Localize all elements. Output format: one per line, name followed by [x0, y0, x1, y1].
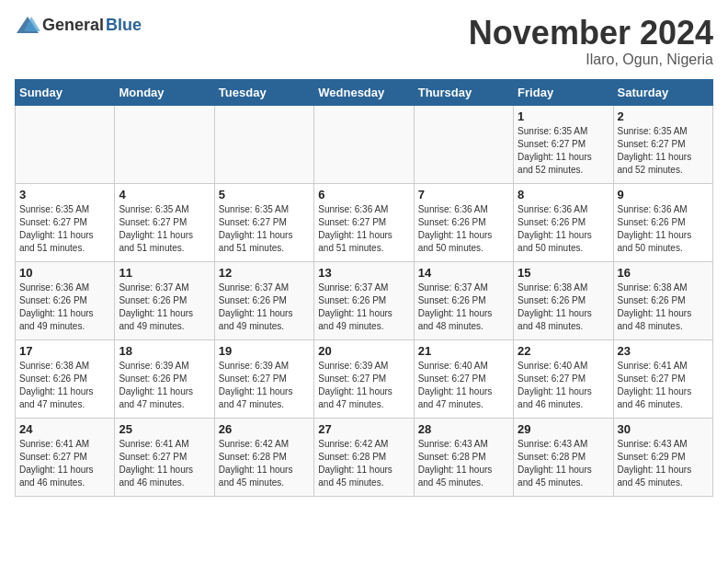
day-info: Sunrise: 6:41 AMSunset: 6:27 PMDaylight:…: [19, 438, 110, 489]
calendar-cell: 25Sunrise: 6:41 AMSunset: 6:27 PMDayligh…: [115, 418, 214, 496]
day-info: Sunrise: 6:40 AMSunset: 6:27 PMDaylight:…: [518, 360, 609, 411]
col-sunday: Sunday: [16, 79, 115, 105]
day-number: 1: [518, 109, 609, 123]
day-info: Sunrise: 6:41 AMSunset: 6:27 PMDaylight:…: [119, 438, 210, 489]
logo-icon: [15, 15, 40, 35]
calendar-table: Sunday Monday Tuesday Wednesday Thursday…: [15, 79, 713, 497]
day-number: 6: [318, 188, 409, 201]
day-info: Sunrise: 6:38 AMSunset: 6:26 PMDaylight:…: [19, 360, 110, 411]
day-number: 24: [19, 422, 110, 436]
page-container: General Blue November 2024 Ilaro, Ogun, …: [0, 0, 728, 506]
day-info: Sunrise: 6:43 AMSunset: 6:28 PMDaylight:…: [518, 438, 609, 489]
day-number: 18: [119, 344, 210, 358]
calendar-cell: 19Sunrise: 6:39 AMSunset: 6:27 PMDayligh…: [214, 339, 313, 418]
calendar-cell: 6Sunrise: 6:36 AMSunset: 6:27 PMDaylight…: [314, 183, 414, 261]
day-info: Sunrise: 6:35 AMSunset: 6:27 PMDaylight:…: [19, 203, 110, 255]
day-number: 28: [418, 422, 509, 436]
day-number: 3: [19, 188, 110, 201]
day-number: 25: [119, 422, 210, 436]
calendar-week-2: 3Sunrise: 6:35 AMSunset: 6:27 PMDaylight…: [16, 183, 713, 261]
day-number: 20: [318, 344, 409, 358]
calendar-cell: 3Sunrise: 6:35 AMSunset: 6:27 PMDaylight…: [16, 183, 115, 261]
header-row: Sunday Monday Tuesday Wednesday Thursday…: [16, 79, 713, 105]
calendar-cell: 5Sunrise: 6:35 AMSunset: 6:27 PMDaylight…: [214, 183, 313, 261]
day-info: Sunrise: 6:36 AMSunset: 6:26 PMDaylight:…: [618, 203, 709, 255]
calendar-cell: 22Sunrise: 6:40 AMSunset: 6:27 PMDayligh…: [514, 339, 613, 418]
day-number: 7: [418, 188, 509, 201]
day-info: Sunrise: 6:36 AMSunset: 6:27 PMDaylight:…: [318, 203, 409, 255]
calendar-cell: 23Sunrise: 6:41 AMSunset: 6:27 PMDayligh…: [613, 339, 712, 418]
day-info: Sunrise: 6:42 AMSunset: 6:28 PMDaylight:…: [219, 438, 310, 489]
day-number: 4: [119, 188, 210, 201]
calendar-cell: 2Sunrise: 6:35 AMSunset: 6:27 PMDaylight…: [613, 105, 712, 183]
day-info: Sunrise: 6:35 AMSunset: 6:27 PMDaylight:…: [219, 203, 310, 255]
col-tuesday: Tuesday: [214, 79, 313, 105]
day-info: Sunrise: 6:36 AMSunset: 6:26 PMDaylight:…: [418, 203, 509, 255]
calendar-week-4: 17Sunrise: 6:38 AMSunset: 6:26 PMDayligh…: [16, 339, 713, 418]
calendar-cell: 26Sunrise: 6:42 AMSunset: 6:28 PMDayligh…: [214, 418, 313, 496]
calendar-week-3: 10Sunrise: 6:36 AMSunset: 6:26 PMDayligh…: [16, 261, 713, 339]
day-info: Sunrise: 6:39 AMSunset: 6:26 PMDaylight:…: [119, 360, 210, 411]
calendar-cell: 1Sunrise: 6:35 AMSunset: 6:27 PMDaylight…: [514, 105, 613, 183]
day-info: Sunrise: 6:38 AMSunset: 6:26 PMDaylight:…: [618, 282, 709, 333]
day-info: Sunrise: 6:41 AMSunset: 6:27 PMDaylight:…: [618, 360, 709, 411]
day-number: 12: [219, 266, 310, 280]
col-saturday: Saturday: [613, 79, 712, 105]
calendar-cell: 4Sunrise: 6:35 AMSunset: 6:27 PMDaylight…: [115, 183, 214, 261]
logo-general-text: General: [42, 16, 104, 35]
col-monday: Monday: [115, 79, 214, 105]
month-title: November 2024: [469, 15, 713, 52]
calendar-cell: 14Sunrise: 6:37 AMSunset: 6:26 PMDayligh…: [414, 261, 513, 339]
calendar-cell: 29Sunrise: 6:43 AMSunset: 6:28 PMDayligh…: [514, 418, 613, 496]
header: General Blue November 2024 Ilaro, Ogun, …: [15, 15, 713, 68]
day-number: 19: [219, 344, 310, 358]
calendar-cell: 30Sunrise: 6:43 AMSunset: 6:29 PMDayligh…: [613, 418, 712, 496]
day-number: 5: [219, 188, 310, 201]
calendar-cell: 16Sunrise: 6:38 AMSunset: 6:26 PMDayligh…: [613, 261, 712, 339]
day-number: 29: [518, 422, 609, 436]
calendar-cell: 11Sunrise: 6:37 AMSunset: 6:26 PMDayligh…: [115, 261, 214, 339]
calendar-cell: 27Sunrise: 6:42 AMSunset: 6:28 PMDayligh…: [314, 418, 414, 496]
calendar-cell: 17Sunrise: 6:38 AMSunset: 6:26 PMDayligh…: [16, 339, 115, 418]
calendar-week-5: 24Sunrise: 6:41 AMSunset: 6:27 PMDayligh…: [16, 418, 713, 496]
day-info: Sunrise: 6:37 AMSunset: 6:26 PMDaylight:…: [219, 282, 310, 333]
title-block: November 2024 Ilaro, Ogun, Nigeria: [469, 15, 713, 68]
calendar-cell: 24Sunrise: 6:41 AMSunset: 6:27 PMDayligh…: [16, 418, 115, 496]
calendar-cell: 7Sunrise: 6:36 AMSunset: 6:26 PMDaylight…: [414, 183, 513, 261]
logo: General Blue: [15, 15, 142, 35]
day-number: 11: [119, 266, 210, 280]
day-info: Sunrise: 6:39 AMSunset: 6:27 PMDaylight:…: [318, 360, 409, 411]
day-info: Sunrise: 6:35 AMSunset: 6:27 PMDaylight:…: [618, 125, 709, 177]
day-number: 9: [618, 188, 709, 201]
day-info: Sunrise: 6:38 AMSunset: 6:26 PMDaylight:…: [518, 282, 609, 333]
day-info: Sunrise: 6:40 AMSunset: 6:27 PMDaylight:…: [418, 360, 509, 411]
calendar-body: 1Sunrise: 6:35 AMSunset: 6:27 PMDaylight…: [16, 105, 713, 496]
day-number: 13: [318, 266, 409, 280]
day-number: 21: [418, 344, 509, 358]
calendar-cell: [314, 105, 414, 183]
calendar-cell: [414, 105, 513, 183]
calendar-cell: 13Sunrise: 6:37 AMSunset: 6:26 PMDayligh…: [314, 261, 414, 339]
calendar-cell: 9Sunrise: 6:36 AMSunset: 6:26 PMDaylight…: [613, 183, 712, 261]
day-info: Sunrise: 6:43 AMSunset: 6:28 PMDaylight:…: [418, 438, 509, 489]
day-info: Sunrise: 6:35 AMSunset: 6:27 PMDaylight:…: [119, 203, 210, 255]
col-wednesday: Wednesday: [314, 79, 414, 105]
day-info: Sunrise: 6:36 AMSunset: 6:26 PMDaylight:…: [19, 282, 110, 333]
calendar-cell: 12Sunrise: 6:37 AMSunset: 6:26 PMDayligh…: [214, 261, 313, 339]
day-number: 15: [518, 266, 609, 280]
day-info: Sunrise: 6:43 AMSunset: 6:29 PMDaylight:…: [618, 438, 709, 489]
day-number: 30: [618, 422, 709, 436]
day-number: 2: [618, 109, 709, 123]
calendar-cell: 15Sunrise: 6:38 AMSunset: 6:26 PMDayligh…: [514, 261, 613, 339]
col-thursday: Thursday: [414, 79, 513, 105]
calendar-header: Sunday Monday Tuesday Wednesday Thursday…: [16, 79, 713, 105]
calendar-cell: [115, 105, 214, 183]
calendar-week-1: 1Sunrise: 6:35 AMSunset: 6:27 PMDaylight…: [16, 105, 713, 183]
day-number: 14: [418, 266, 509, 280]
calendar-cell: [16, 105, 115, 183]
calendar-cell: 20Sunrise: 6:39 AMSunset: 6:27 PMDayligh…: [314, 339, 414, 418]
day-number: 22: [518, 344, 609, 358]
calendar-cell: 21Sunrise: 6:40 AMSunset: 6:27 PMDayligh…: [414, 339, 513, 418]
col-friday: Friday: [514, 79, 613, 105]
day-number: 16: [618, 266, 709, 280]
